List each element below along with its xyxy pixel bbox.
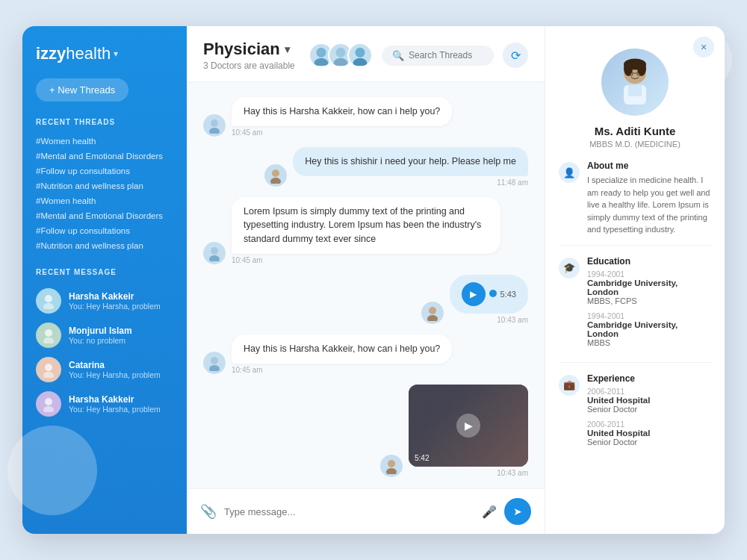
- message-input[interactable]: [224, 506, 474, 517]
- history-button[interactable]: ⟳: [503, 43, 528, 68]
- app-container: izzyhealth ▾ + New Threads RECENT THREAD…: [22, 26, 725, 534]
- education-section: 🎓 Education 1994-2001 Cambridge Universi…: [559, 256, 711, 363]
- svg-point-14: [211, 119, 218, 127]
- doctor-avatars: [309, 43, 373, 68]
- svg-rect-28: [628, 85, 642, 96]
- svg-point-6: [45, 398, 52, 405]
- message-preview: You: no problem: [69, 336, 132, 345]
- svg-point-12: [355, 48, 365, 57]
- recent-message-item[interactable]: Harsha Kakkeir You: Hey Harsha, problem: [36, 387, 173, 421]
- new-threads-button[interactable]: + New Threads: [36, 78, 128, 102]
- thread-item[interactable]: #Women health: [36, 134, 173, 149]
- audio-duration: 5:43: [500, 290, 516, 299]
- message-row: Hey this is shishir i need your help. Pl…: [203, 147, 528, 187]
- message-avatar: [36, 323, 61, 348]
- exp-role: Senior Doctor: [587, 405, 650, 414]
- edu-school: Cambridge University, London: [587, 320, 711, 338]
- svg-point-4: [45, 364, 52, 371]
- experience-title: Experience: [587, 373, 650, 384]
- message-time: 10:43 am: [450, 316, 528, 324]
- search-input[interactable]: [409, 50, 483, 60]
- logo: izzyhealth ▾: [36, 44, 173, 63]
- main-chat: Physician ▾ 3 Doctors are available: [187, 26, 545, 534]
- edu-degree: MBBS: [587, 338, 711, 347]
- recent-messages-list: Harsha Kakkeir You: Hey Harsha, problem …: [36, 284, 173, 421]
- thread-item[interactable]: #Nutrition and wellness plan: [36, 178, 173, 193]
- svg-point-13: [353, 58, 368, 66]
- education-title: Education: [587, 256, 711, 267]
- svg-point-21: [427, 315, 438, 321]
- video-play-button[interactable]: ▶: [456, 414, 480, 438]
- message-time: 10:45 am: [232, 128, 452, 137]
- logo-text: izzyhealth: [36, 44, 111, 63]
- svg-point-3: [43, 337, 54, 343]
- bubble-avatar: [203, 352, 226, 374]
- about-section: 👤 About me I specialize in medicine heal…: [559, 161, 711, 246]
- message-time: 10:45 am: [232, 366, 452, 374]
- svg-point-7: [43, 406, 54, 412]
- thread-item[interactable]: #Nutrition and wellness plan: [36, 238, 173, 253]
- svg-point-24: [388, 460, 395, 467]
- thread-item[interactable]: #Mental and Emotional Disorders: [36, 208, 173, 223]
- chat-title-chevron-icon[interactable]: ▾: [285, 43, 290, 55]
- experience-entry: 2006-2011 United Hospital Senior Doctor: [587, 420, 650, 447]
- svg-point-34: [637, 60, 646, 76]
- microphone-icon[interactable]: 🎤: [482, 505, 497, 519]
- svg-point-0: [45, 295, 52, 302]
- svg-point-19: [209, 255, 220, 261]
- svg-point-11: [334, 58, 348, 66]
- send-button[interactable]: ➤: [504, 498, 531, 525]
- message-time: 10:45 am: [232, 256, 500, 264]
- attachment-icon[interactable]: 📎: [200, 503, 217, 520]
- profile-name: Ms. Aditi Kunte: [559, 125, 711, 137]
- svg-point-16: [272, 169, 279, 177]
- about-text: I specialize in medicine health. I am re…: [587, 174, 711, 236]
- education-icon: 🎓: [559, 258, 580, 279]
- thread-item[interactable]: #Follow up consultations: [36, 164, 173, 178]
- message-bubble: Lorem Ipsum is simply dummy text of the …: [232, 197, 500, 254]
- sidebar: izzyhealth ▾ + New Threads RECENT THREAD…: [22, 26, 187, 534]
- search-icon: 🔍: [392, 50, 404, 61]
- exp-years: 2006-2011: [587, 420, 650, 429]
- bubble-avatar: [264, 164, 287, 187]
- profile-panel: × Ms. Aditi Kunte MBBS M.D. (MEDICINE): [545, 26, 725, 534]
- message-bubble: Hey this is shishir i need your help. Pl…: [293, 147, 528, 176]
- doctor-avatar-3[interactable]: [347, 43, 373, 68]
- chat-title: Physician ▾: [203, 40, 295, 59]
- svg-point-20: [429, 307, 436, 314]
- message-time: 10:43 am: [409, 469, 528, 477]
- message-row: Hay this is Harsha Kakkeir, how can i he…: [203, 97, 528, 137]
- video-bubble: ▶ 5:42: [409, 385, 528, 467]
- svg-point-33: [624, 60, 633, 76]
- message-avatar: [36, 288, 61, 314]
- exp-role: Senior Doctor: [587, 438, 650, 447]
- exp-hospital: United Hospital: [587, 429, 650, 438]
- play-button[interactable]: ▶: [462, 282, 486, 306]
- recent-message-item[interactable]: Monjurul Islam You: no problem: [36, 318, 173, 352]
- message-row: ▶ 5:42 10:43 am: [203, 385, 528, 477]
- svg-point-15: [209, 128, 220, 134]
- svg-point-23: [209, 365, 220, 371]
- message-preview: You: Hey Harsha, problem: [69, 405, 161, 414]
- svg-point-18: [211, 247, 218, 255]
- svg-point-9: [314, 58, 329, 66]
- close-button[interactable]: ×: [693, 37, 714, 57]
- messages-area: Hay this is Harsha Kakkeir, how can i he…: [187, 82, 545, 488]
- svg-point-10: [335, 48, 345, 57]
- message-bubble: Hay this is Harsha Kakkeir, how can i he…: [232, 97, 452, 126]
- recent-message-item[interactable]: Catarina You: Hey Harsha, problem: [36, 352, 173, 387]
- bubble-avatar: [380, 455, 403, 477]
- edu-years: 1994-2001: [587, 311, 711, 320]
- thread-item[interactable]: #Mental and Emotional Disorders: [36, 149, 173, 164]
- thread-list: #Women health#Mental and Emotional Disor…: [36, 134, 173, 253]
- recent-message-item[interactable]: Harsha Kakkeir You: Hey Harsha, problem: [36, 284, 173, 318]
- video-duration: 5:42: [415, 454, 429, 462]
- exp-years: 2006-2011: [587, 387, 650, 396]
- logo-chevron-icon[interactable]: ▾: [114, 49, 118, 59]
- bubble-avatar: [421, 302, 444, 324]
- message-sender-name: Catarina: [69, 360, 161, 370]
- thread-item[interactable]: #Follow up consultations: [36, 223, 173, 238]
- thread-item[interactable]: #Women health: [36, 193, 173, 208]
- chat-input-area: 📎 🎤 ➤: [187, 488, 545, 534]
- chat-title-area: Physician ▾ 3 Doctors are available: [203, 40, 295, 71]
